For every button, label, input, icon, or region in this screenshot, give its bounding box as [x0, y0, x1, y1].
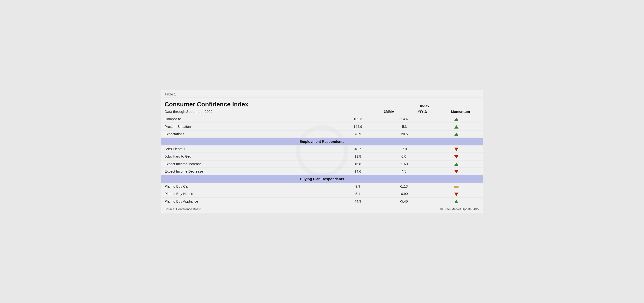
section-header-employment: Employment Respondents: [161, 138, 483, 145]
table-row: Plan to Buy House 5.1 -0.90: [161, 190, 483, 198]
row-momentum: [430, 153, 483, 160]
table-row: Jobs Hard to Get 11.8 0.0: [161, 153, 483, 160]
row-label: Plan to Buy Car: [161, 183, 338, 190]
arrow-up-icon: [454, 125, 458, 129]
row-label: Present Situation: [161, 123, 338, 130]
arrow-down-icon: [454, 170, 458, 173]
table-row: Expect Income Increase 16.8 -1.60: [161, 160, 483, 168]
copyright-text: © Steel Market Update 2022: [440, 207, 480, 211]
row-3mma: 102.3: [338, 115, 378, 123]
row-label: Plan to Buy House: [161, 190, 338, 198]
row-3mma: 16.8: [338, 160, 378, 168]
data-table: Composite 102.3 -14.4 Present Situation …: [161, 115, 483, 205]
row-3mma: 14.6: [338, 168, 378, 175]
col-header-yy: Y/Y Δ: [403, 110, 442, 114]
source-text: Source: Conference Board: [164, 207, 201, 211]
row-yy: -0.90: [378, 190, 430, 198]
row-yy: 4.5: [378, 168, 430, 175]
row-momentum: [430, 183, 483, 190]
table-row: Expectations 73.9 -20.5: [161, 130, 483, 138]
footer-section: Source: Conference Board © Steel Market …: [161, 205, 483, 213]
main-title: Consumer Confidence Index: [164, 101, 248, 108]
table-row: Expect Income Decrease 14.6 4.5: [161, 168, 483, 175]
table-label: Table 1: [161, 90, 483, 98]
data-through: Data through September 2022: [164, 110, 212, 114]
arrow-down-icon: [454, 148, 458, 151]
row-3mma: 44.9: [338, 198, 378, 205]
row-momentum: [430, 123, 483, 130]
row-momentum: [430, 168, 483, 175]
row-3mma: 9.9: [338, 183, 378, 190]
row-yy: -14.4: [378, 115, 430, 123]
row-3mma: 5.1: [338, 190, 378, 198]
row-yy: -7.0: [378, 145, 430, 153]
row-yy: -20.5: [378, 130, 430, 138]
row-momentum: [430, 198, 483, 205]
arrow-up-icon: [454, 133, 458, 136]
table-row: Present Situation 144.9 -5.3: [161, 123, 483, 130]
section-header-label: Employment Respondents: [161, 138, 483, 145]
arrow-up-icon: [454, 163, 458, 166]
section-header-label: Buying Plan Respondents: [161, 175, 483, 183]
row-label: Expect Income Decrease: [161, 168, 338, 175]
table-row: Plan to Buy Car 9.9 -1.13: [161, 183, 483, 190]
row-label: Expectations: [161, 130, 338, 138]
arrow-up-icon: [454, 118, 458, 121]
row-yy: -1.13: [378, 183, 430, 190]
row-momentum: [430, 130, 483, 138]
row-momentum: [430, 145, 483, 153]
row-label: Plan to Buy Appliance: [161, 198, 338, 205]
arrow-down-icon: [454, 193, 458, 196]
row-yy: -1.60: [378, 160, 430, 168]
table-row: Composite 102.3 -14.4: [161, 115, 483, 123]
row-momentum: [430, 190, 483, 198]
column-headers: 3MMA Y/Y Δ Momentum: [370, 110, 480, 114]
row-3mma: 48.7: [338, 145, 378, 153]
col-header-momentum: Momentum: [442, 110, 480, 114]
row-yy: -5.3: [378, 123, 430, 130]
row-momentum: [430, 115, 483, 123]
arrow-down-icon: [454, 155, 458, 159]
table-row: Jobs Plentiful 48.7 -7.0: [161, 145, 483, 153]
row-label: Expect Income Increase: [161, 160, 338, 168]
arrow-neutral-icon: [454, 186, 458, 188]
row-label: Composite: [161, 115, 338, 123]
row-3mma: 144.9: [338, 123, 378, 130]
col-header-3mma: 3MMA: [375, 110, 403, 114]
arrow-up-icon: [454, 200, 458, 203]
table-row: Plan to Buy Appliance 44.9 -5.40: [161, 198, 483, 205]
index-label: Index: [375, 104, 475, 108]
table-container: Table 1 Consumer Confidence Index Index …: [161, 90, 483, 213]
row-label: Jobs Plentiful: [161, 145, 338, 153]
row-momentum: [430, 160, 483, 168]
section-header-buying: Buying Plan Respondents: [161, 175, 483, 183]
row-3mma: 73.9: [338, 130, 378, 138]
row-yy: 0.0: [378, 153, 430, 160]
header-section: Consumer Confidence Index Index Data thr…: [161, 98, 483, 115]
row-label: Jobs Hard to Get: [161, 153, 338, 160]
row-3mma: 11.8: [338, 153, 378, 160]
row-yy: -5.40: [378, 198, 430, 205]
